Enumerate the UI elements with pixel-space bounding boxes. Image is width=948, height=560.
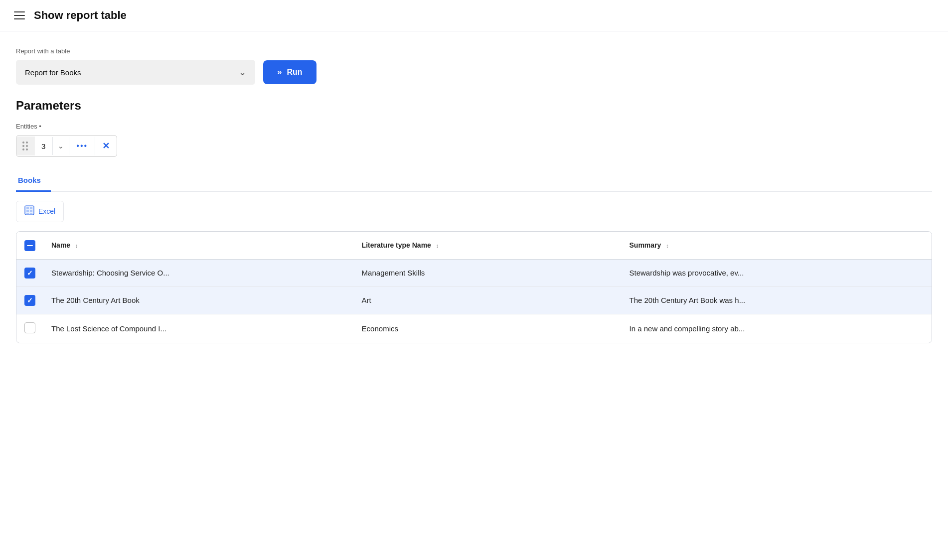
chevron-down-icon: ⌄ bbox=[239, 67, 246, 78]
excel-icon bbox=[24, 205, 34, 218]
sort-icon: ↕ bbox=[666, 243, 669, 249]
entities-control: 3 ⌄ ••• ✕ bbox=[16, 135, 117, 157]
row-checkbox[interactable] bbox=[24, 268, 35, 279]
svg-rect-6 bbox=[30, 213, 32, 214]
row-checkbox-cell[interactable] bbox=[16, 314, 43, 343]
parameters-section: Parameters Entities • bbox=[16, 99, 932, 157]
drag-dots-icon bbox=[22, 141, 28, 150]
row-checkbox[interactable] bbox=[24, 295, 35, 306]
entities-more-button[interactable]: ••• bbox=[69, 137, 95, 155]
parameters-title: Parameters bbox=[16, 99, 932, 113]
row-checkbox-cell[interactable] bbox=[16, 286, 43, 314]
data-table: Name ↕ Literature type Name ↕ Summary ↕ … bbox=[16, 231, 932, 343]
svg-rect-5 bbox=[26, 213, 29, 214]
svg-rect-0 bbox=[25, 206, 34, 215]
row-checkbox[interactable] bbox=[24, 322, 35, 333]
svg-rect-2 bbox=[30, 207, 32, 209]
header: Show report table bbox=[0, 0, 948, 31]
run-label: Run bbox=[287, 68, 302, 77]
report-section: Report with a table Report for Books ⌄ »… bbox=[16, 47, 932, 85]
sort-icon: ↕ bbox=[75, 243, 78, 249]
checkbox-header[interactable] bbox=[16, 232, 43, 260]
table-row: Stewardship: Choosing Service O...Manage… bbox=[16, 259, 932, 286]
entities-count: 3 bbox=[34, 137, 52, 155]
excel-section: Excel bbox=[16, 192, 932, 231]
table-row: The Lost Science of Compound I...Economi… bbox=[16, 314, 932, 343]
row-lit-type: Art bbox=[354, 286, 622, 314]
excel-button[interactable]: Excel bbox=[16, 201, 64, 222]
sort-icon: ↕ bbox=[436, 243, 439, 249]
column-summary-header[interactable]: Summary ↕ bbox=[622, 232, 932, 260]
column-name-header[interactable]: Name ↕ bbox=[43, 232, 354, 260]
row-lit-type: Economics bbox=[354, 314, 622, 343]
row-name: Stewardship: Choosing Service O... bbox=[43, 259, 354, 286]
main-content: Report with a table Report for Books ⌄ »… bbox=[0, 31, 948, 343]
svg-rect-3 bbox=[26, 210, 29, 212]
row-summary: Stewardship was provocative, ev... bbox=[622, 259, 932, 286]
entities-dropdown-icon[interactable]: ⌄ bbox=[52, 137, 69, 155]
entities-clear-button[interactable]: ✕ bbox=[95, 136, 117, 156]
row-lit-type: Management Skills bbox=[354, 259, 622, 286]
row-name: The 20th Century Art Book bbox=[43, 286, 354, 314]
select-all-checkbox[interactable] bbox=[24, 240, 35, 251]
entities-drag-handle[interactable] bbox=[16, 137, 34, 155]
row-checkbox-cell[interactable] bbox=[16, 259, 43, 286]
report-select[interactable]: Report for Books ⌄ bbox=[16, 60, 255, 85]
svg-rect-1 bbox=[26, 207, 29, 209]
row-summary: In a new and compelling story ab... bbox=[622, 314, 932, 343]
column-lit-type-header[interactable]: Literature type Name ↕ bbox=[354, 232, 622, 260]
table-row: The 20th Century Art BookArtThe 20th Cen… bbox=[16, 286, 932, 314]
tabs-section: Books bbox=[16, 171, 932, 192]
report-row: Report for Books ⌄ » Run bbox=[16, 60, 932, 85]
report-section-label: Report with a table bbox=[16, 47, 932, 55]
table-header-row: Name ↕ Literature type Name ↕ Summary ↕ bbox=[16, 232, 932, 260]
report-select-value: Report for Books bbox=[25, 68, 81, 77]
run-button[interactable]: » Run bbox=[263, 60, 316, 84]
excel-label: Excel bbox=[38, 207, 55, 215]
menu-icon[interactable] bbox=[14, 11, 25, 19]
entities-label: Entities • bbox=[16, 123, 932, 130]
row-name: The Lost Science of Compound I... bbox=[43, 314, 354, 343]
page-title: Show report table bbox=[34, 9, 127, 22]
row-summary: The 20th Century Art Book was h... bbox=[622, 286, 932, 314]
svg-rect-4 bbox=[30, 210, 32, 212]
run-icon: » bbox=[277, 67, 282, 77]
tab-books[interactable]: Books bbox=[16, 171, 51, 192]
tabs-bar: Books bbox=[16, 171, 932, 192]
